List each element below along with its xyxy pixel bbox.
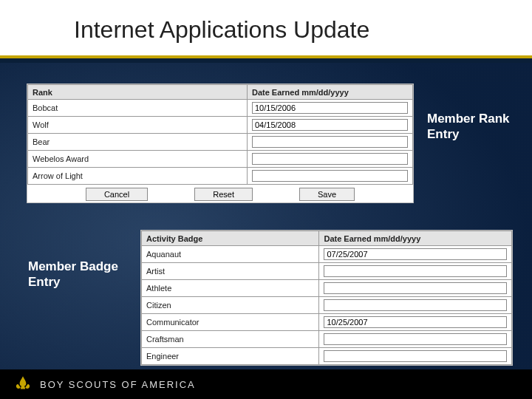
badge-date-input[interactable] (324, 248, 507, 260)
slide-header: Internet Applications Update (0, 0, 532, 58)
rank-entry-panel: Rank Date Earned mm/dd/yyyy Bobcat Wolf … (27, 83, 414, 203)
badge-date-input[interactable] (324, 333, 507, 345)
badge-header-label: Activity Badge (142, 231, 319, 246)
table-row: Wolf (28, 117, 413, 134)
rank-date-input[interactable] (252, 136, 408, 148)
badge-table-header-row: Activity Badge Date Earned mm/dd/yyyy (142, 231, 512, 246)
table-row: Webelos Award (28, 151, 413, 168)
save-button[interactable]: Save (299, 188, 355, 201)
badge-name: Craftsman (142, 331, 319, 348)
badge-entry-panel: Activity Badge Date Earned mm/dd/yyyy Aq… (140, 230, 513, 366)
rank-name: Wolf (28, 117, 248, 134)
rank-header-label: Rank (28, 85, 248, 100)
badge-table: Activity Badge Date Earned mm/dd/yyyy Aq… (141, 231, 512, 365)
rank-name: Arrow of Light (28, 168, 248, 185)
badge-date-input[interactable] (324, 299, 507, 311)
rank-name: Bobcat (28, 100, 248, 117)
table-row: Bobcat (28, 100, 413, 117)
annotation-rank: Member Rank Entry (427, 111, 516, 143)
footer-org-name: BOY SCOUTS OF AMERICA (40, 379, 196, 390)
cancel-button[interactable]: Cancel (86, 188, 148, 201)
rank-date-input[interactable] (252, 153, 408, 165)
badge-name: Aquanaut (142, 246, 319, 263)
margin-guide (47, 0, 49, 369)
footer-bar: BOY SCOUTS OF AMERICA (0, 369, 532, 399)
table-row: Aquanaut (142, 246, 512, 263)
table-row: Citizen (142, 297, 512, 314)
table-row: Engineer (142, 348, 512, 365)
badge-date-input[interactable] (324, 316, 507, 328)
rank-header-date: Date Earned mm/dd/yyyy (247, 85, 412, 100)
badge-name: Artist (142, 263, 319, 280)
badge-name: Engineer (142, 348, 319, 365)
table-row: Arrow of Light (28, 168, 413, 185)
fleur-de-lis-icon (13, 375, 33, 394)
reset-button[interactable]: Reset (194, 188, 253, 201)
rank-name: Webelos Award (28, 151, 248, 168)
rank-table: Rank Date Earned mm/dd/yyyy Bobcat Wolf … (27, 84, 413, 202)
badge-name: Communicator (142, 314, 319, 331)
badge-name: Citizen (142, 297, 319, 314)
rank-date-input[interactable] (252, 102, 408, 114)
badge-name: Athlete (142, 280, 319, 297)
rank-name: Bear (28, 134, 248, 151)
rank-button-row: Cancel Reset Save (28, 185, 413, 203)
table-row: Artist (142, 263, 512, 280)
badge-date-input[interactable] (324, 282, 507, 294)
badge-date-input[interactable] (324, 350, 507, 362)
rank-date-input[interactable] (252, 170, 408, 182)
page-title: Internet Applications Update (74, 16, 532, 44)
rank-date-input[interactable] (252, 119, 408, 131)
table-row: Bear (28, 134, 413, 151)
badge-date-input[interactable] (324, 265, 507, 277)
table-row: Athlete (142, 280, 512, 297)
rank-table-header-row: Rank Date Earned mm/dd/yyyy (28, 85, 413, 100)
badge-header-date: Date Earned mm/dd/yyyy (319, 231, 512, 246)
annotation-badge: Member Badge Entry (28, 259, 124, 290)
table-row: Communicator (142, 314, 512, 331)
header-shadow (0, 58, 532, 63)
table-row: Craftsman (142, 331, 512, 348)
